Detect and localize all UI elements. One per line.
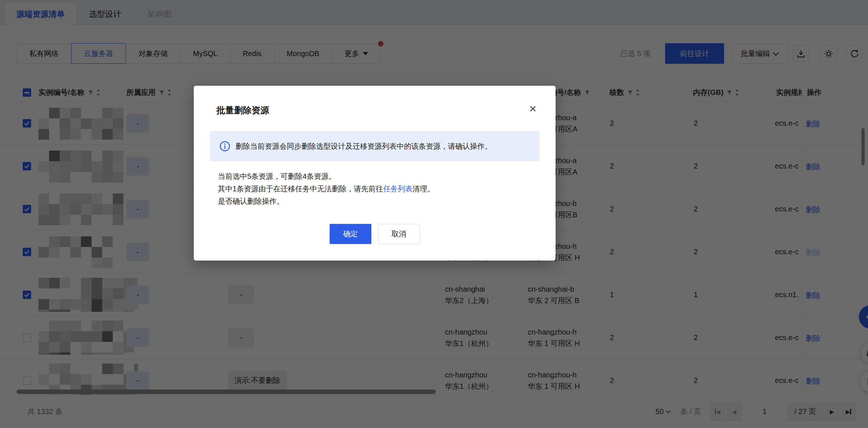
info-icon: [219, 141, 230, 152]
modal-line-2: 其中1条资源由于在迁移任务中无法删除，请先前往任务列表清理。: [218, 182, 434, 195]
modal-line-3: 是否确认删除操作。: [218, 195, 434, 207]
modal-title: 批量删除资源: [216, 104, 269, 116]
cancel-button[interactable]: 取消: [378, 224, 420, 244]
modal-buttons: 确定 取消: [194, 224, 556, 244]
modal-info-alert: 删除当前资源会同步删除选型设计及迁移资源列表中的该条资源，请确认操作。: [210, 131, 539, 161]
task-list-link[interactable]: 任务列表: [383, 185, 412, 193]
modal-line-1: 当前选中5条资源，可删除4条资源。: [218, 170, 434, 182]
batch-delete-modal: 批量删除资源 × 删除当前资源会同步删除选型设计及迁移资源列表中的该条资源，请确…: [194, 86, 556, 261]
confirm-button[interactable]: 确定: [330, 224, 371, 244]
modal-close-button[interactable]: ×: [525, 100, 541, 117]
modal-body-text: 当前选中5条资源，可删除4条资源。 其中1条资源由于在迁移任务中无法删除，请先前…: [218, 170, 434, 207]
alert-text: 删除当前资源会同步删除选型设计及迁移资源列表中的该条资源，请确认操作。: [235, 141, 492, 151]
line2-suffix: 清理。: [412, 185, 434, 193]
line2-prefix: 其中1条资源由于在迁移任务中无法删除，请先前往: [218, 185, 383, 193]
